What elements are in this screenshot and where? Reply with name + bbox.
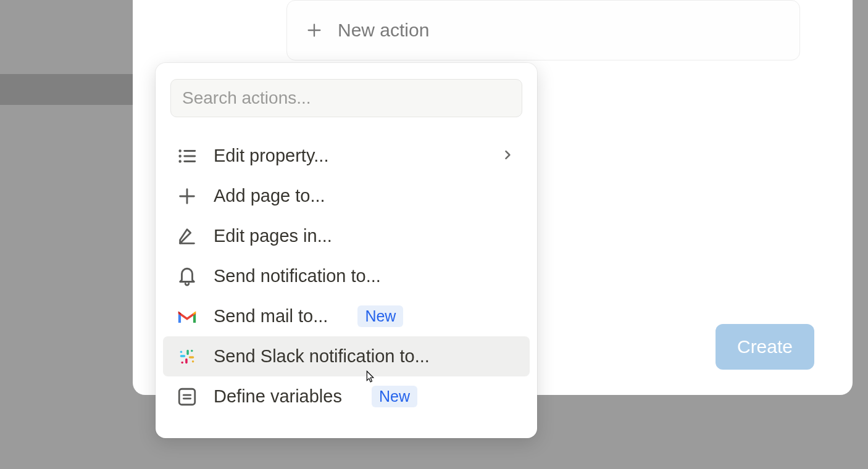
create-button[interactable]: Create — [716, 324, 814, 370]
new-action-button[interactable]: New action — [286, 0, 800, 60]
svg-rect-16 — [185, 358, 188, 363]
plus-icon — [177, 186, 198, 207]
svg-point-4 — [180, 160, 181, 162]
chevron-right-icon — [501, 149, 516, 164]
plus-icon — [306, 22, 323, 39]
new-action-label: New action — [338, 20, 429, 41]
action-label: Edit pages in... — [214, 226, 332, 246]
search-box[interactable] — [170, 79, 522, 117]
action-item-define-variables[interactable]: Define variables New — [163, 376, 530, 417]
action-item-edit-pages[interactable]: Edit pages in... — [163, 216, 530, 256]
action-item-edit-property[interactable]: Edit property... — [163, 136, 530, 176]
new-badge: New — [372, 386, 417, 407]
action-label: Send notification to... — [214, 266, 381, 286]
action-list: Edit property... Add page to... — [156, 128, 537, 417]
svg-rect-12 — [186, 349, 189, 355]
action-label: Add page to... — [214, 186, 325, 206]
svg-point-17 — [181, 361, 183, 363]
svg-point-13 — [191, 349, 193, 352]
svg-point-3 — [180, 156, 181, 157]
actions-dropdown: Edit property... Add page to... — [156, 63, 537, 438]
action-label: Edit property... — [214, 146, 328, 166]
create-button-label: Create — [737, 336, 793, 357]
svg-rect-18 — [179, 389, 195, 405]
action-label: Define variables — [214, 386, 342, 407]
svg-point-15 — [192, 360, 194, 363]
list-icon — [177, 146, 198, 167]
background-sidebar-stripe — [0, 74, 133, 105]
action-label: Send Slack notification to... — [214, 346, 430, 367]
action-item-add-page[interactable]: Add page to... — [163, 176, 530, 216]
action-label: Send mail to... — [214, 306, 328, 326]
slack-icon — [177, 346, 198, 367]
svg-point-2 — [180, 150, 181, 151]
svg-rect-14 — [189, 356, 194, 359]
search-input[interactable] — [182, 88, 511, 108]
edit-icon — [177, 226, 198, 247]
action-item-send-notification[interactable]: Send notification to... — [163, 256, 530, 296]
variables-icon — [177, 386, 198, 407]
action-item-send-slack[interactable]: Send Slack notification to... — [163, 336, 530, 376]
svg-rect-10 — [180, 355, 186, 357]
gmail-icon — [177, 306, 198, 327]
svg-point-11 — [180, 351, 183, 353]
new-badge: New — [357, 305, 403, 327]
action-item-send-mail[interactable]: Send mail to... New — [163, 296, 530, 336]
bell-icon — [177, 266, 198, 287]
